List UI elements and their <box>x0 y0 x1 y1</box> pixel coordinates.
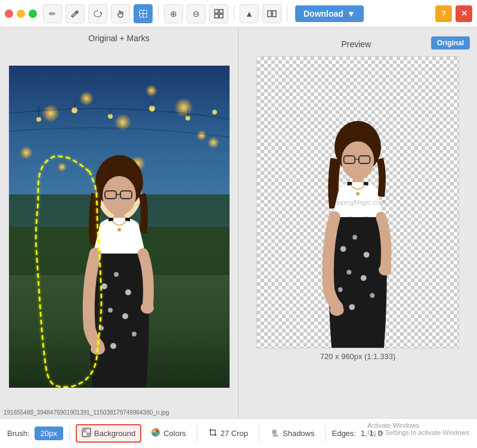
pencil-tool-button[interactable]: ✏ <box>43 4 62 23</box>
shadows-icon <box>270 428 280 439</box>
hand-tool-button[interactable] <box>111 4 130 23</box>
maximize-window-button[interactable] <box>29 10 37 18</box>
svg-point-51 <box>364 252 370 258</box>
svg-rect-5 <box>219 10 223 13</box>
right-header: Preview Original <box>238 27 477 56</box>
svg-point-52 <box>346 270 351 274</box>
background-icon <box>82 428 91 439</box>
bottom-sep-2 <box>197 425 197 442</box>
left-panel: Original + Marks <box>0 27 238 418</box>
crop-tool[interactable]: 27 Crop <box>203 425 253 441</box>
lasso-tool-button[interactable] <box>88 4 107 23</box>
svg-point-54 <box>338 288 343 292</box>
window-controls <box>5 10 37 18</box>
minimize-window-button[interactable] <box>17 10 25 18</box>
colors-label: Colors <box>163 429 186 438</box>
select-tool-button[interactable] <box>134 4 153 23</box>
colors-icon <box>151 428 160 439</box>
fit-button[interactable] <box>209 4 228 23</box>
bottom-sep-3 <box>259 425 259 442</box>
brush-tool-button[interactable] <box>66 4 85 23</box>
svg-rect-7 <box>219 14 223 18</box>
activate-windows-notice: Activate WindowsGo to Settings to activa… <box>367 422 471 436</box>
brush-label: Brush: <box>7 429 30 438</box>
original-canvas[interactable] <box>0 47 238 407</box>
original-toggle-button[interactable]: Original <box>431 36 470 50</box>
background-tool[interactable]: Background <box>76 424 141 443</box>
toolbar-separator-2 <box>234 5 234 22</box>
app-close-button[interactable]: ✕ <box>456 5 472 22</box>
main-area: Original + Marks <box>0 27 477 418</box>
svg-point-53 <box>361 275 367 281</box>
bottom-sep-4 <box>325 425 326 442</box>
svg-rect-62 <box>86 432 91 437</box>
crop-icon <box>208 428 218 439</box>
download-icon: ▼ <box>347 9 355 18</box>
brush-size-button[interactable]: 20px <box>35 427 63 440</box>
bottom-sep-1 <box>69 425 70 442</box>
svg-point-50 <box>352 235 357 240</box>
zoom-in-button[interactable]: ⊕ <box>164 4 183 23</box>
svg-point-55 <box>370 293 374 298</box>
help-button[interactable]: ? <box>435 5 452 22</box>
svg-point-64 <box>272 430 277 434</box>
preview-canvas[interactable]: ClippingMagic.com <box>256 56 459 348</box>
left-panel-title: Original + Marks <box>88 27 149 47</box>
svg-point-42 <box>342 141 374 180</box>
svg-rect-4 <box>215 10 218 13</box>
edges-label: Edges: <box>332 429 355 438</box>
zoom-out-button[interactable]: ⊖ <box>187 4 206 23</box>
image-dimensions: 720 x 960px (1:1.333) <box>320 348 395 364</box>
right-panel: Preview Original <box>238 27 477 418</box>
svg-point-58 <box>379 264 391 276</box>
svg-point-49 <box>340 246 346 252</box>
svg-rect-9 <box>272 11 276 17</box>
toolbar-separator-3 <box>287 5 287 22</box>
up-button[interactable]: ▲ <box>240 4 259 23</box>
svg-rect-61 <box>82 428 86 432</box>
shadows-label: Shadows <box>283 429 314 438</box>
colors-tool[interactable]: Colors <box>146 425 191 441</box>
titlebar: ✏ ⊕ ⊖ ▲ Download ▼ ? ✕ <box>0 0 477 27</box>
svg-point-57 <box>330 304 343 316</box>
compare-button[interactable] <box>262 4 281 23</box>
toolbar-separator-1 <box>158 5 159 22</box>
svg-rect-8 <box>268 11 271 17</box>
svg-point-65 <box>272 434 278 437</box>
close-window-button[interactable] <box>5 10 13 18</box>
download-button[interactable]: Download ▼ <box>295 5 364 22</box>
download-label: Download <box>303 9 343 18</box>
crop-label: 27 Crop <box>221 429 248 438</box>
right-panel-title: Preview <box>341 33 371 52</box>
shadows-tool[interactable]: Shadows <box>265 425 319 441</box>
filename: 191655488_3948476901901391_1150381797499… <box>0 407 238 418</box>
background-label: Background <box>94 429 135 438</box>
svg-point-59 <box>356 192 360 196</box>
svg-point-56 <box>349 304 355 310</box>
svg-rect-6 <box>215 14 218 18</box>
